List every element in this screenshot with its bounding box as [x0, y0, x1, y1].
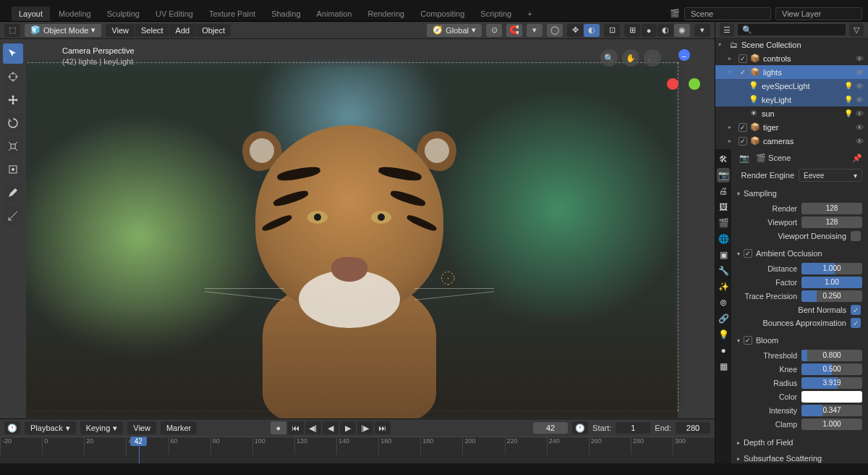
shading-material[interactable]: ◐: [658, 24, 673, 37]
outliner-item-controls[interactable]: ▸📦controls👁: [715, 51, 868, 65]
bloom-knee-field[interactable]: 0.500: [801, 363, 862, 375]
proportional-toggle[interactable]: ◯: [547, 24, 563, 37]
tab-constraints[interactable]: 🔗: [717, 311, 730, 326]
shading-rendered[interactable]: ◉: [674, 24, 690, 37]
outliner-scene-collection[interactable]: ▾🗂 Scene Collection: [715, 38, 868, 51]
outliner-item-eyeSpecLight[interactable]: 💡eyeSpecLight💡👁: [715, 79, 868, 93]
tool-rotate[interactable]: [3, 113, 23, 133]
bloom-radius-field[interactable]: 3.919: [801, 377, 862, 389]
bloom-intensity-field[interactable]: 0.347: [801, 405, 862, 416]
viewport-3d[interactable]: Camera Perspective (42) lights | keyLigh…: [0, 39, 715, 419]
jump-start[interactable]: ⏮: [288, 421, 304, 434]
ao-enable-check[interactable]: [744, 249, 752, 258]
sampling-viewport-field[interactable]: 128: [801, 217, 862, 228]
ao-bounce-check[interactable]: [851, 318, 861, 328]
bloom-clamp-field[interactable]: 1.000: [801, 419, 862, 430]
ao-trace-field[interactable]: 0.250: [801, 290, 862, 302]
outliner-search[interactable]: 🔍: [737, 23, 846, 36]
render-engine-dropdown[interactable]: Eevee▾: [799, 169, 862, 182]
bloom-color-field[interactable]: [801, 391, 862, 403]
tab-data[interactable]: 💡: [717, 327, 730, 342]
timeline-editor-dropdown[interactable]: 🕐: [4, 421, 20, 434]
axis-gizmo[interactable]: Z: [665, 49, 705, 114]
workspace-layout[interactable]: Layout: [12, 7, 50, 21]
tool-scale[interactable]: [3, 136, 23, 156]
panel-dof-header[interactable]: ▸Depth of Field: [734, 436, 865, 449]
autokey-toggle[interactable]: ●: [271, 421, 286, 434]
timeline-marker-menu[interactable]: Marker: [161, 421, 197, 434]
workspace-texture-paint[interactable]: Texture Paint: [202, 7, 263, 21]
shading-dropdown[interactable]: ▾: [694, 24, 710, 37]
tool-annotate[interactable]: [3, 182, 23, 203]
tab-physics[interactable]: ⊚: [717, 295, 730, 310]
scene-name-field[interactable]: Scene: [684, 7, 771, 20]
tab-modifiers[interactable]: 🔧: [717, 264, 730, 278]
menu-object[interactable]: Object: [196, 24, 231, 37]
panel-sampling-header[interactable]: ▾Sampling: [734, 187, 865, 200]
bloom-enable-check[interactable]: [744, 336, 752, 345]
view-layer-field[interactable]: View Layer: [775, 7, 862, 20]
shading-solid[interactable]: ●: [641, 24, 657, 37]
tool-select-box[interactable]: [3, 43, 23, 64]
current-frame-field[interactable]: 42: [533, 422, 568, 434]
outliner-item-tiger[interactable]: ▸📦tiger👁: [715, 120, 868, 134]
panel-sss-header[interactable]: ▸Subsurface Scattering: [734, 452, 865, 463]
timeline-playback-menu[interactable]: Playback ▾: [25, 421, 76, 434]
tool-transform[interactable]: [3, 159, 23, 180]
sampling-render-field[interactable]: 128: [801, 203, 862, 214]
workspace-compositing[interactable]: Compositing: [413, 7, 472, 21]
keyframe-next[interactable]: |▶: [357, 421, 373, 434]
tool-move[interactable]: [3, 90, 23, 110]
play-reverse[interactable]: ◀: [323, 421, 339, 434]
workspace-sculpting[interactable]: Sculpting: [100, 7, 147, 21]
workspace-add[interactable]: +: [520, 7, 539, 21]
outliner-editor-dropdown[interactable]: ☰: [720, 23, 734, 36]
workspace-uv-editing[interactable]: UV Editing: [148, 7, 200, 21]
xray-toggle[interactable]: ⊡: [604, 24, 620, 37]
tab-texture[interactable]: ▦: [717, 359, 730, 374]
panel-ao-header[interactable]: ▾Ambient Occlusion: [734, 247, 865, 260]
end-frame-field[interactable]: 280: [676, 422, 710, 434]
jump-end[interactable]: ⏭: [375, 421, 391, 434]
tab-output[interactable]: 🖨: [717, 184, 730, 198]
tab-render[interactable]: 📷: [717, 168, 730, 182]
ao-distance-field[interactable]: 1.000: [801, 263, 862, 274]
keyframe-prev[interactable]: ◀|: [305, 421, 321, 434]
camera-toggle[interactable]: 🎥: [644, 49, 661, 67]
outliner-filter[interactable]: ▽: [849, 23, 864, 36]
mode-dropdown[interactable]: 🧊 Object Mode ▾: [25, 24, 101, 37]
tool-measure[interactable]: [3, 206, 23, 226]
ao-factor-field[interactable]: 1.00: [801, 277, 862, 288]
tool-cursor[interactable]: [3, 67, 23, 87]
orientation-dropdown[interactable]: 🧭 Global ▾: [427, 24, 482, 37]
gizmo-toggle[interactable]: ✥: [567, 24, 583, 37]
menu-add[interactable]: Add: [170, 24, 196, 37]
workspace-rendering[interactable]: Rendering: [360, 7, 412, 21]
outliner-item-keyLight[interactable]: 💡keyLight💡👁: [715, 93, 868, 106]
menu-view[interactable]: View: [106, 24, 135, 37]
outliner-item-cameras[interactable]: ▸📦cameras👁: [715, 134, 868, 148]
start-frame-field[interactable]: 1: [616, 422, 650, 434]
play[interactable]: ▶: [340, 421, 356, 434]
pivot-dropdown[interactable]: ⊙: [486, 24, 502, 37]
menu-select[interactable]: Select: [135, 24, 169, 37]
overlays-toggle[interactable]: ◐: [584, 24, 600, 37]
workspace-animation[interactable]: Animation: [310, 7, 359, 21]
workspace-scripting[interactable]: Scripting: [473, 7, 519, 21]
tab-viewlayer[interactable]: 🖼: [717, 200, 730, 214]
shading-wireframe[interactable]: ⊞: [624, 24, 640, 37]
tab-material[interactable]: ●: [717, 343, 730, 358]
editor-type-dropdown[interactable]: ⬚: [4, 24, 20, 37]
workspace-modeling[interactable]: Modeling: [51, 7, 98, 21]
panel-bloom-header[interactable]: ▾Bloom: [734, 334, 865, 347]
preview-range-toggle[interactable]: 🕐: [572, 421, 588, 434]
properties-editor-dropdown[interactable]: 📷: [737, 151, 752, 164]
snap-dropdown[interactable]: ▾: [527, 24, 542, 37]
outliner-item-sun[interactable]: ☀sun💡👁: [715, 106, 868, 120]
timeline-view-menu[interactable]: View: [127, 421, 156, 434]
tab-tool[interactable]: 🛠: [717, 152, 730, 167]
timeline-scrubber[interactable]: -200204260801001201401601802002202402602…: [0, 437, 715, 463]
zoom-button[interactable]: 🔍: [600, 49, 618, 67]
snap-toggle[interactable]: 🧲: [506, 24, 522, 37]
ao-bent-check[interactable]: [851, 305, 861, 315]
